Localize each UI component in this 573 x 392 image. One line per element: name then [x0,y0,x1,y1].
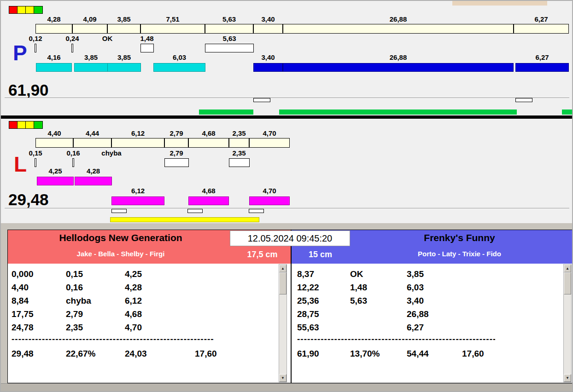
split-label: 4,40 [35,129,73,137]
lane-p-letter: P [13,42,27,63]
run-bar-magenta [188,196,229,205]
table-cell: 25,36 [297,296,319,306]
split-segment [73,138,111,148]
scroll-down-icon[interactable]: ▼ [564,374,571,382]
run-label: 4,70 [249,187,290,195]
table-cell: 4,28 [125,282,142,293]
split-label: 3,40 [253,15,283,23]
split-segment [35,138,73,148]
split-segment [253,24,283,34]
scroll-up-icon[interactable]: ▲ [279,265,286,272]
run-label: 26,88 [283,53,514,61]
run-label: 4,25 [37,167,74,175]
lane-l-total-time: 29,48 [8,191,49,208]
traffic-green-light [34,6,42,13]
run-label: 4,28 [75,167,112,175]
run-bar-magenta [249,196,290,205]
run-bar-cyan [36,63,72,72]
changeover-box [164,158,189,167]
run-bar-blue [515,63,569,72]
table-total-cell: 22,67% [66,349,95,359]
split-label: 4,44 [73,129,111,137]
table-cell: 8,37 [297,269,314,279]
split-label: 4,09 [72,15,107,23]
changeover-label: 5,63 [218,35,241,42]
run-label: 6,27 [515,53,569,61]
scrollbar-thumb[interactable] [564,272,571,294]
changeover-label: 0,15 [24,149,47,157]
split-segment [111,138,164,148]
split-label: 5,63 [205,15,253,23]
table-total-cell: 13,70% [350,349,380,359]
run-bar-magenta [111,196,164,205]
run-label: 4,68 [188,187,229,195]
changeover-box [205,44,254,52]
split-segment [514,24,569,34]
scroll-up-icon[interactable]: ▲ [564,265,571,272]
run-bar-cyan [74,63,108,72]
lane-l-traffic-light [9,121,43,129]
team-left-scrollbar[interactable]: ▲ ▼ [279,264,287,382]
changeover-label: OK [96,35,119,42]
scrollbar-thumb[interactable] [279,272,286,294]
team-left-name: Hellodogs New Generation [8,232,234,244]
traffic-red-light [9,6,18,13]
split-label: 3,85 [107,15,140,23]
traffic-yellow-light [26,121,34,128]
split-label: 4,68 [188,129,229,137]
changeover-box [229,158,250,167]
table-cell: 12,22 [297,282,319,293]
panel-divider [1,115,573,119]
team-right-name: Frenky's Funny [347,232,572,244]
run-label: 6,03 [153,53,205,61]
changeover-tick [35,158,36,167]
split-segment [205,24,253,34]
table-cell: 28,75 [297,309,319,319]
scroll-down-icon[interactable]: ▼ [279,374,286,382]
table-cell: chyba [66,296,91,306]
table-cell: 4,70 [125,323,142,333]
run-bar-blue [283,63,514,72]
sensor-box [249,209,264,213]
changeover-label: 0,24 [61,35,84,42]
split-segment [249,138,290,148]
table-cell: 6,03 [407,282,424,293]
traffic-yellow-light [18,6,26,13]
table-cell: OK [350,269,363,279]
traffic-yellow-light [26,6,34,13]
traffic-yellow-light [18,121,26,128]
timing-app-window: 4,28 4,09 3,85 7,51 5,63 3,40 26,88 6,27… [0,0,573,392]
traffic-red-light [9,121,18,128]
timestamp: 12.05.2024 09:45:20 [230,231,350,246]
sensor-box [187,209,203,213]
changeover-tick [35,44,36,52]
table-cell: 1,48 [350,282,367,293]
table-cell: 17,75 [12,309,34,319]
table-separator: ----------------------------------------… [297,334,495,344]
split-segment [229,138,249,148]
table-cell: 2,35 [66,323,83,333]
titlebar-fragment [452,1,547,6]
changeover-label: 2,79 [165,149,188,157]
split-label: 4,70 [249,129,290,137]
table-cell: 6,27 [407,323,424,333]
table-cell: 4,40 [12,282,29,293]
team-left-panel: Hellodogs New Generation Jake - Bella - … [7,230,291,383]
table-cell: 8,84 [12,296,29,306]
changeover-label: 0,12 [24,35,47,42]
team-right-dogs: Porto - Laty - Trixie - Fido [347,250,572,258]
table-cell: 26,88 [407,309,429,319]
split-label: 6,27 [514,15,569,23]
table-cell: 0,000 [12,269,34,279]
run-label: 3,40 [253,53,283,61]
table-cell: 3,85 [407,269,424,279]
table-total-cell: 17,60 [462,349,484,359]
split-segment [283,24,514,34]
run-bar-cyan [153,63,205,72]
team-right-panel: Frenky's Funny 15 cm Porto - Laty - Trix… [291,230,573,383]
split-label: 4,28 [35,15,72,23]
team-right-scrollbar[interactable]: ▲ ▼ [563,264,572,382]
split-segment [140,24,205,34]
run-bar-magenta [75,177,112,185]
changeover-label: 0,16 [62,149,85,157]
